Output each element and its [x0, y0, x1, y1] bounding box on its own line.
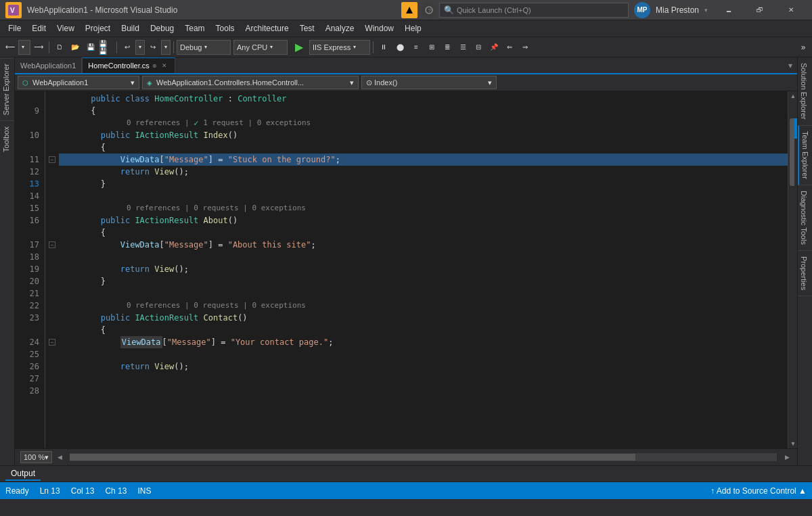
collapse-contact-btn[interactable]: −: [47, 336, 58, 348]
properties-tab[interactable]: Properties: [798, 251, 812, 296]
code-line-16: [59, 190, 788, 202]
user-menu[interactable]: MP Mia Preston ▾: [634, 2, 708, 18]
code-hint-about: 0 references | 0 requests | 0 exceptions: [59, 202, 788, 214]
forward-btn[interactable]: ⟶: [31, 40, 46, 55]
code-line-14: return View();: [59, 166, 788, 178]
redo-dropdown[interactable]: ▾: [161, 40, 171, 55]
breakpoints-btn[interactable]: ⬤: [392, 40, 407, 55]
code-line-23: [59, 287, 788, 300]
undo-btn[interactable]: ↩: [120, 40, 135, 55]
vertical-scrollbar[interactable]: ▲ ▼: [788, 91, 797, 448]
restore-button[interactable]: 🗗: [744, 0, 775, 20]
zoom-dropdown[interactable]: 100 % ▾: [20, 451, 52, 463]
tab-dropdown-btn[interactable]: ▾: [784, 57, 797, 73]
toolbar-btn-6[interactable]: 📌: [487, 40, 501, 55]
feedback-icon[interactable]: ?: [422, 3, 436, 18]
user-name[interactable]: Mia Preston: [656, 5, 699, 15]
quick-launch-box[interactable]: 🔍 Quick Launch (Ctrl+Q): [439, 3, 629, 18]
code-line-11: public IActionResult Index(): [59, 129, 788, 141]
pause-btn[interactable]: ⏸: [376, 40, 391, 55]
code-line-25: {: [59, 324, 788, 336]
undo-dropdown[interactable]: ▾: [135, 40, 145, 55]
menu-project[interactable]: Project: [80, 20, 116, 37]
menu-window[interactable]: Window: [359, 20, 399, 37]
menu-file[interactable]: File: [3, 20, 26, 37]
diagnostic-tools-tab[interactable]: Diagnostic Tools: [798, 185, 812, 251]
sep3: [173, 41, 174, 53]
code-line-17: public IActionResult About(): [59, 214, 788, 227]
search-icon: 🔍: [444, 5, 454, 15]
menu-analyze[interactable]: Analyze: [320, 20, 360, 37]
code-editor[interactable]: 9 10 11 12 13 14 15 16 17 18 19 20 21 22…: [15, 91, 797, 448]
tab-dropdown-icon: ▾: [788, 61, 792, 70]
redo-btn[interactable]: ↪: [145, 40, 160, 55]
source-control-btn[interactable]: ↑ Add to Source Control ▲: [710, 486, 807, 496]
user-menu-arrow[interactable]: ▾: [704, 7, 708, 14]
back-dropdown[interactable]: ▾: [18, 40, 30, 55]
code-hint-contact: 0 references | 0 requests | 0 exceptions: [59, 300, 788, 312]
open-btn[interactable]: 📂: [68, 40, 83, 55]
menu-tools[interactable]: Tools: [210, 20, 240, 37]
bottom-panel: 100 % ▾ ◀ ▶: [15, 448, 797, 465]
toolbar-btn-5[interactable]: ⊟: [471, 40, 486, 55]
tab-close-icon[interactable]: ✕: [160, 61, 169, 70]
save-btn[interactable]: 💾: [83, 40, 98, 55]
toolbar-overflow[interactable]: »: [797, 41, 809, 53]
nav-class-arrow: ▾: [350, 78, 354, 87]
toolbar: ⟵ ▾ ⟶ 🗋 📂 💾 💾💾 ↩ ▾ ↪ ▾ Debug ▾ Any CPU ▾…: [0, 37, 812, 57]
nav-method-label: ⊙ Index(): [366, 78, 397, 87]
toolbar-btn-3[interactable]: ≣: [440, 40, 455, 55]
status-ins: INS: [137, 486, 151, 496]
collapse-index-btn[interactable]: −: [47, 154, 58, 166]
menu-architecture[interactable]: Architecture: [240, 20, 294, 37]
toolbar-btn-4[interactable]: ☰: [455, 40, 470, 55]
tab-pin-icon[interactable]: ⊕: [152, 63, 157, 69]
status-bar: Ready Ln 13 Col 13 Ch 13 INS ↑ Add to So…: [0, 482, 812, 499]
menu-build[interactable]: Build: [116, 20, 145, 37]
horizontal-scrollbar[interactable]: [70, 453, 777, 461]
nav-method-dropdown[interactable]: ⊙ Index() ▾: [361, 76, 497, 89]
close-button[interactable]: ✕: [775, 0, 807, 20]
line-numbers: 9 10 11 12 13 14 15 16 17 18 19 20 21 22…: [15, 91, 45, 448]
vs-logo: V: [5, 2, 22, 18]
code-line-28: return View();: [59, 360, 788, 373]
collapse-about-btn[interactable]: −: [47, 239, 58, 251]
iis-express-dropdown[interactable]: IIS Express ▾: [309, 40, 370, 55]
play-button[interactable]: ▶: [292, 40, 307, 55]
cpu-dropdown[interactable]: Any CPU ▾: [233, 40, 288, 55]
nav-class-dropdown[interactable]: ◈ WebApplication1.Controllers.HomeContro…: [142, 76, 359, 89]
hscroll-thumb[interactable]: [70, 454, 635, 461]
nav-project-dropdown[interactable]: ⬡ WebApplication1 ▾: [18, 76, 139, 89]
team-explorer-tab[interactable]: Team Explorer: [798, 126, 812, 185]
tab-webapplication1[interactable]: WebApplication1: [15, 57, 82, 73]
toolbar-btn-2[interactable]: ⊞: [424, 40, 439, 55]
toolbar-btn-1[interactable]: ≡: [409, 40, 424, 55]
hscroll-left-btn[interactable]: ◀: [55, 452, 64, 462]
menu-test[interactable]: Test: [294, 20, 320, 37]
svg-text:V: V: [10, 7, 15, 14]
toolbox-tab[interactable]: Toolbox: [0, 120, 14, 158]
code-content[interactable]: public class HomeController : Controller…: [59, 91, 788, 448]
output-tab[interactable]: Output: [5, 467, 41, 481]
solution-explorer-tab[interactable]: Solution Explorer: [798, 57, 812, 126]
menu-debug[interactable]: Debug: [145, 20, 179, 37]
minimize-button[interactable]: 🗕: [713, 0, 744, 20]
nav-project-arrow: ▾: [131, 78, 135, 87]
toolbar-btn-8[interactable]: ⇒: [518, 40, 533, 55]
menu-team[interactable]: Team: [179, 20, 210, 37]
gutter: − − −: [45, 91, 59, 448]
menu-view[interactable]: View: [51, 20, 80, 37]
menu-edit[interactable]: Edit: [26, 20, 51, 37]
nav-bar: ⬡ WebApplication1 ▾ ◈ WebApplication1.Co…: [15, 74, 797, 91]
server-explorer-tab[interactable]: Server Explorer: [0, 57, 14, 120]
debug-config-dropdown[interactable]: Debug ▾: [177, 40, 231, 55]
menu-help[interactable]: Help: [399, 20, 427, 37]
hscroll-right-btn[interactable]: ▶: [782, 452, 792, 462]
back-btn[interactable]: ⟵: [3, 40, 18, 55]
status-col: Col 13: [71, 486, 95, 496]
toolbar-btn-7[interactable]: ⇐: [502, 40, 517, 55]
new-project-btn[interactable]: 🗋: [52, 40, 67, 55]
code-line-26: ViewData["Message"] = "Your contact page…: [59, 336, 788, 348]
save-all-btn[interactable]: 💾💾: [99, 40, 114, 55]
tab-homecontroller[interactable]: HomeController.cs ⊕ ✕: [82, 57, 175, 73]
